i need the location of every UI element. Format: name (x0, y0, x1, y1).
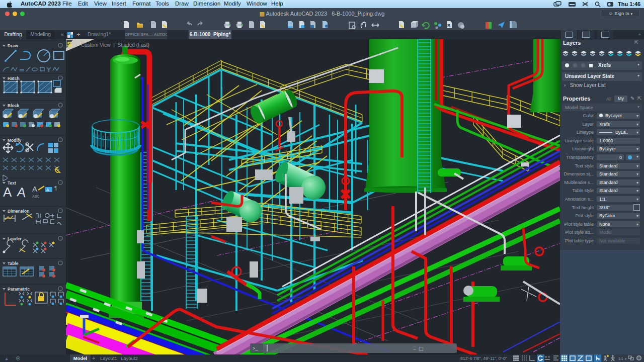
svg-text:Leader: Leader (8, 236, 22, 241)
svg-text:Block: Block (8, 103, 19, 108)
svg-text:1:1: 1:1 (618, 357, 623, 360)
svg-text:Dimension: Dimension (8, 209, 29, 214)
svg-text:Hatch: Hatch (8, 76, 20, 81)
svg-text:Custom View | Shaded (Fast): Custom View | Shaded (Fast) (81, 42, 149, 48)
svg-text:A: A (46, 188, 49, 192)
svg-text:¶: ¶ (54, 186, 57, 191)
svg-text:ABC: ABC (32, 195, 39, 198)
svg-text:▾: ▾ (625, 357, 626, 360)
svg-text:Modify: Modify (8, 138, 22, 143)
svg-text:– ▢: – ▢ (413, 346, 424, 351)
svg-text:Draw: Draw (8, 43, 18, 48)
svg-text:A: A (3, 185, 12, 200)
svg-text:A: A (32, 185, 37, 193)
svg-text:S: S (67, 40, 72, 48)
svg-text:B: B (447, 23, 451, 28)
svg-text:Table: Table (8, 261, 19, 266)
svg-text:Parametric: Parametric (8, 287, 30, 292)
svg-text:>_: >_ (253, 346, 258, 351)
